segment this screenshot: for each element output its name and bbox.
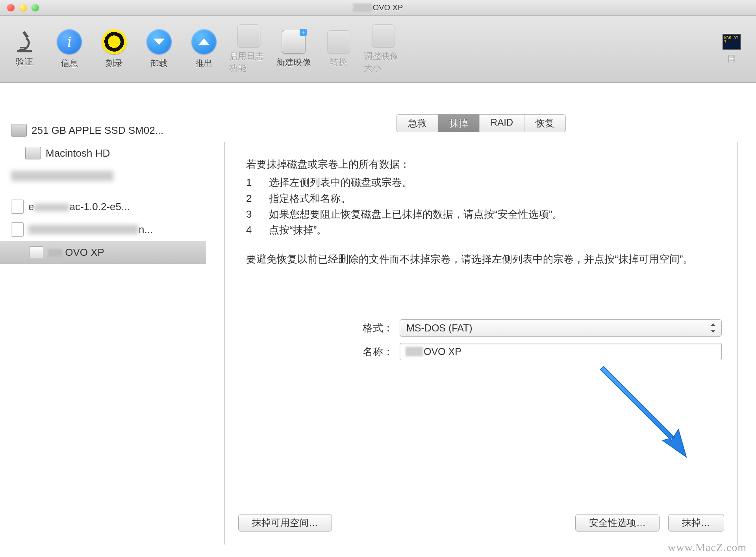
sidebar-item-label: OVO XP: [48, 246, 104, 259]
sidebar-item-label: [28, 225, 139, 234]
instructions: 若要抹掉磁盘或宗卷上的所有数据： 1选择左侧列表中的磁盘或宗卷。 2指定格式和名…: [225, 142, 737, 267]
info-button[interactable]: i 信息: [50, 29, 89, 69]
chevron-updown-icon: [710, 323, 717, 333]
step-3: 如果您想要阻止恢复磁盘上已抹掉的数据，请点按“安全性选项”。: [269, 206, 562, 222]
eject-label: 推出: [195, 57, 213, 69]
sidebar-item-macintosh-hd[interactable]: Macintosh HD: [0, 142, 206, 165]
sidebar-item-label: 251 GB APPLE SSD SM02...: [32, 124, 163, 137]
button-row: 抹掉可用空间… 安全性选项… 抹掉…: [238, 514, 724, 531]
sidebar-item-selected-volume[interactable]: OVO XP: [0, 241, 206, 264]
burn-icon: [102, 29, 127, 54]
new-image-button[interactable]: 新建映像: [274, 30, 313, 68]
journaling-label: 启用日志功能: [229, 50, 269, 74]
sidebar-item-physical-disk[interactable]: 251 GB APPLE SSD SM02...: [0, 119, 206, 142]
sidebar-item-disk-image-2[interactable]: n...: [0, 218, 206, 241]
security-options-button[interactable]: 安全性选项…: [575, 514, 660, 531]
unmount-button[interactable]: 卸载: [139, 29, 179, 69]
terminal-icon: WAR AY 7: [723, 34, 741, 50]
erase-panel: 若要抹掉磁盘或宗卷上的所有数据： 1选择左侧列表中的磁盘或宗卷。 2指定格式和名…: [224, 142, 738, 545]
enable-journaling-button[interactable]: 启用日志功能: [229, 24, 269, 74]
hdd-icon: [11, 124, 27, 137]
main-panel: 急救 抹掉 RAID 恢复 若要抹掉磁盘或宗卷上的所有数据： 1选择左侧列表中的…: [206, 83, 756, 557]
step-2: 指定格式和名称。: [269, 191, 351, 206]
watermark: www.MacZ.com: [668, 541, 747, 554]
resize-label: 调整映像大小: [364, 50, 403, 74]
format-value: MS-DOS (FAT): [406, 322, 472, 334]
traffic-lights: [7, 4, 39, 11]
step-1: 选择左侧列表中的磁盘或宗卷。: [269, 174, 412, 190]
tab-bar: 急救 抹掉 RAID 恢复: [397, 114, 566, 132]
convert-label: 转换: [330, 56, 347, 68]
tab-first-aid[interactable]: 急救: [397, 115, 438, 132]
window-titlebar: OVO XP: [0, 0, 756, 16]
info-label: 信息: [61, 57, 78, 69]
sidebar-item-label: eac-1.0.2-e5...: [28, 201, 130, 213]
step-4: 点按“抹掉”。: [269, 222, 327, 238]
verify-button[interactable]: 验证: [5, 31, 44, 68]
sidebar-item-blurred[interactable]: [0, 165, 206, 187]
format-select[interactable]: MS-DOS (FAT): [400, 319, 722, 337]
verify-label: 验证: [16, 56, 33, 68]
erase-free-space-button[interactable]: 抹掉可用空间…: [238, 514, 332, 531]
burn-button[interactable]: 刻录: [94, 29, 134, 69]
minimize-window-button[interactable]: [19, 4, 27, 11]
svg-rect-1: [20, 47, 26, 48]
internal-disk-icon: [25, 147, 41, 159]
convert-icon: [327, 30, 350, 53]
zoom-window-button[interactable]: [32, 4, 39, 11]
unmount-icon: [146, 29, 172, 54]
microscope-icon: [13, 31, 35, 53]
journaling-icon: [237, 24, 260, 47]
log-button[interactable]: WAR AY 7 日: [712, 34, 751, 65]
name-label: 名称：: [225, 345, 400, 359]
info-icon: i: [57, 29, 82, 54]
log-label: 日: [727, 53, 736, 65]
eject-button[interactable]: 推出: [184, 29, 224, 69]
obscured-text: [406, 347, 423, 356]
resize-image-button[interactable]: 调整映像大小: [364, 24, 403, 74]
unmount-label: 卸载: [150, 57, 168, 69]
resize-icon: [372, 24, 395, 47]
new-image-label: 新建映像: [276, 57, 311, 68]
tab-erase[interactable]: 抹掉: [438, 115, 480, 132]
disk-image-icon: [11, 222, 24, 237]
instructions-heading: 若要抹掉磁盘或宗卷上的所有数据：: [246, 156, 716, 172]
close-window-button[interactable]: [7, 4, 15, 11]
sidebar-item-disk-image[interactable]: eac-1.0.2-e5...: [0, 195, 206, 218]
annotation-arrow: [588, 355, 698, 466]
toolbar: 验证 i 信息 刻录 卸载 推出 启用日志功能 新建映像 转换 调整映像大小 W…: [0, 16, 756, 83]
name-input[interactable]: OVO XP: [400, 343, 722, 360]
instructions-note: 要避免恢复以前已经删除的文件而不抹掉宗卷，请选择左侧列表中的宗卷，并点按“抹掉可…: [246, 251, 716, 267]
convert-button[interactable]: 转换: [319, 30, 358, 68]
obscured-text: [353, 4, 372, 12]
window-title: OVO XP: [353, 3, 403, 13]
sidebar: 251 GB APPLE SSD SM02... Macintosh HD ea…: [0, 83, 206, 557]
new-image-icon: [282, 30, 306, 54]
sidebar-item-label: Macintosh HD: [46, 147, 110, 159]
format-label: 格式：: [225, 321, 400, 335]
volume-icon: [29, 246, 43, 258]
eject-icon: [191, 29, 217, 54]
erase-form: 格式： MS-DOS (FAT) 名称： OVO XP: [225, 319, 722, 366]
content-area: 251 GB APPLE SSD SM02... Macintosh HD ea…: [0, 83, 756, 557]
svg-rect-0: [17, 50, 32, 52]
erase-button[interactable]: 抹掉…: [668, 514, 724, 531]
burn-label: 刻录: [106, 57, 123, 69]
disk-image-icon: [11, 200, 24, 214]
tab-restore[interactable]: 恢复: [524, 115, 565, 132]
tab-raid[interactable]: RAID: [480, 115, 524, 132]
